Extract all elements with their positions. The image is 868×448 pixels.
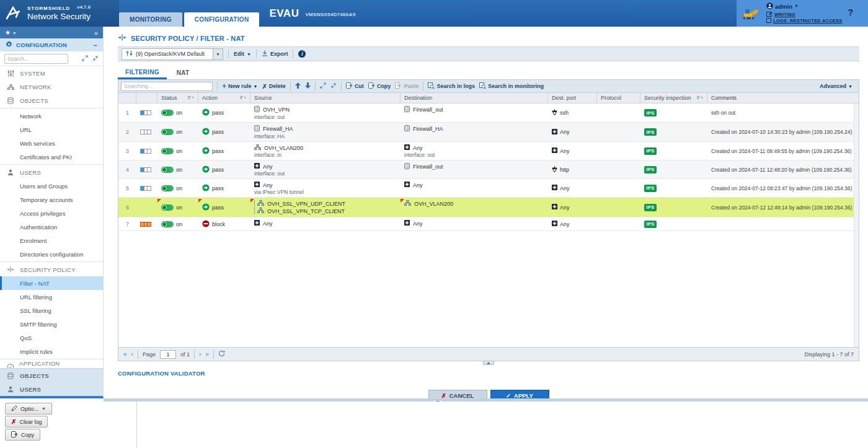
- favorites-star-icon[interactable]: ★ ▼: [5, 29, 17, 36]
- rule-source[interactable]: Firewall_HAinterface: HA: [250, 123, 401, 141]
- sidebar-search-input[interactable]: [4, 54, 68, 64]
- col-action[interactable]: Action: [198, 93, 250, 103]
- collapse-rows-icon[interactable]: [320, 82, 326, 90]
- rule-destination[interactable]: Firewall_out: [401, 103, 548, 122]
- rule-action[interactable]: block: [198, 217, 250, 231]
- view-tab-nat[interactable]: NAT: [169, 66, 197, 79]
- rule-row-2[interactable]: 2onpassFirewall_HAinterface: HAFirewall_…: [118, 123, 859, 142]
- rule-security-inspection[interactable]: IPS: [640, 217, 707, 231]
- rule-status-toggle[interactable]: on: [157, 198, 198, 217]
- rule-dest-port[interactable]: Any: [548, 198, 597, 217]
- help-button[interactable]: ?: [848, 7, 853, 17]
- expand-rows-icon[interactable]: [330, 82, 337, 90]
- sort-icon[interactable]: [240, 95, 246, 101]
- sidebar-item-users-and-groups[interactable]: Users and Groups: [0, 179, 103, 193]
- collapse-grid-handle[interactable]: [483, 361, 494, 365]
- sidebar-item-implicit-rules[interactable]: Implicit rules: [0, 345, 103, 358]
- rule-source[interactable]: OVH_SSL_VPN_UDP_CLIENTOVH_SSL_VPN_TCP_CL…: [250, 198, 401, 217]
- col-protocol[interactable]: Protocol: [597, 93, 640, 103]
- rule-row-1[interactable]: 1onpassOVH_VPNinterface: outFirewall_out…: [118, 103, 859, 123]
- expand-all-icon[interactable]: [92, 55, 99, 63]
- rule-status-toggle[interactable]: on: [157, 179, 198, 197]
- refresh-icon[interactable]: [218, 350, 225, 358]
- sidebar-item-users[interactable]: USERS: [0, 165, 103, 179]
- sidebar-item-application-protection[interactable]: APPLICATION PROTECTION: [0, 360, 103, 368]
- rule-destination[interactable]: Firewall_HA: [401, 123, 548, 141]
- prev-page-icon[interactable]: ‹: [131, 351, 133, 358]
- new-rule-button[interactable]: +New rule▼: [222, 82, 257, 90]
- rule-action[interactable]: pass: [198, 142, 250, 160]
- options-button[interactable]: Optio... ▼: [5, 403, 52, 415]
- rule-row-4[interactable]: 4onpassAnyinterface: outFirewall_outhttp…: [118, 160, 859, 179]
- sidebar-item-qos[interactable]: QoS: [0, 331, 103, 345]
- col-security-inspection[interactable]: Security inspection: [640, 93, 707, 103]
- nav-tab-configuration[interactable]: CONFIGURATION: [184, 12, 260, 27]
- edit-button[interactable]: Edit ▼: [234, 51, 251, 57]
- sidebar-item-network[interactable]: NETWORK: [0, 80, 103, 94]
- col-dest-port[interactable]: Dest. port: [548, 93, 597, 103]
- rule-dest-port[interactable]: Any: [548, 179, 597, 197]
- sidebar-item-url[interactable]: URL: [0, 123, 103, 136]
- sort-icon[interactable]: [697, 95, 703, 101]
- rule-dest-port[interactable]: Any: [548, 217, 597, 231]
- col-destination[interactable]: Destination: [401, 93, 548, 103]
- first-page-icon[interactable]: «: [123, 351, 127, 358]
- rule-action[interactable]: pass: [198, 123, 250, 141]
- export-button[interactable]: Export: [262, 50, 288, 58]
- sidebar-module-users[interactable]: USERS: [0, 382, 103, 396]
- rule-action[interactable]: pass: [198, 179, 250, 197]
- rule-row-6[interactable]: 6onpassOVH_SSL_VPN_UDP_CLIENTOVH_SSL_VPN…: [118, 198, 859, 217]
- rule-action[interactable]: pass: [198, 103, 250, 122]
- rule-security-inspection[interactable]: IPS: [640, 123, 707, 141]
- sidebar-item-certificates-and-pki[interactable]: Certificates and PKI: [0, 150, 103, 164]
- rules-search-input[interactable]: [121, 82, 213, 91]
- move-up-icon[interactable]: [295, 82, 301, 90]
- clear-log-button[interactable]: ✗ Clear log: [5, 416, 48, 428]
- chevron-down-icon[interactable]: ▼: [213, 48, 223, 60]
- col-status[interactable]: Status: [157, 93, 198, 103]
- rule-status-toggle[interactable]: on: [157, 142, 198, 160]
- rule-dest-port[interactable]: Any: [548, 123, 597, 141]
- rule-destination[interactable]: Any: [401, 217, 548, 231]
- copy-log-button[interactable]: Copy: [5, 429, 40, 441]
- page-input[interactable]: [160, 350, 176, 359]
- rule-source[interactable]: Anyinterface: out: [250, 160, 401, 178]
- rule-security-inspection[interactable]: IPS: [640, 142, 707, 160]
- rule-dest-port[interactable]: http: [548, 160, 597, 178]
- rule-dest-port[interactable]: Any: [548, 142, 597, 160]
- sidebar-item-access-privileges[interactable]: Access privileges: [0, 206, 103, 220]
- search-in-monitoring-button[interactable]: Search in monitoring: [479, 82, 544, 90]
- rule-action[interactable]: pass: [198, 198, 250, 217]
- sidebar-item-ssl-filtering[interactable]: SSL filtering: [0, 304, 103, 317]
- rule-destination[interactable]: OVH_VLAN200: [401, 198, 548, 217]
- delete-button[interactable]: ✗Delete: [262, 83, 285, 90]
- rule-security-inspection[interactable]: IPS: [640, 179, 707, 197]
- sidebar-configuration-header[interactable]: CONFIGURATION −: [0, 38, 103, 51]
- rule-row-5[interactable]: 5onpassAnyvia IPsec VPN tunnelAnyAnyIPSC…: [118, 179, 859, 198]
- sidebar-item-authentication[interactable]: Authentication: [0, 220, 103, 234]
- user-menu[interactable]: admin ▼: [766, 2, 842, 11]
- rule-action[interactable]: pass: [198, 160, 250, 178]
- paste-button[interactable]: Paste: [395, 82, 418, 90]
- rule-destination[interactable]: Firewall_out: [401, 160, 548, 178]
- sidebar-item-system[interactable]: SYSTEM: [0, 66, 103, 80]
- rule-status-toggle[interactable]: on: [157, 160, 198, 178]
- rule-row-7[interactable]: 7onblockAnyAnyAnyIPS: [118, 217, 859, 231]
- nav-tab-monitoring[interactable]: MONITORING: [119, 12, 182, 27]
- rule-source[interactable]: OVH_VPNinterface: out: [250, 103, 401, 122]
- policy-selector[interactable]: (9) OpenStack/KVM Default ▼: [122, 48, 223, 60]
- info-icon[interactable]: i: [298, 50, 306, 58]
- advanced-button[interactable]: Advanced▼: [820, 83, 856, 89]
- search-in-logs-button[interactable]: Search in logs: [428, 82, 475, 90]
- rule-dest-port[interactable]: ssh: [548, 103, 597, 122]
- rule-source[interactable]: OVH_VLAN200interface: in: [250, 142, 401, 160]
- rule-status-toggle[interactable]: on: [157, 103, 198, 122]
- collapse-all-icon[interactable]: [82, 55, 88, 63]
- collapse-section-icon[interactable]: −: [93, 42, 97, 49]
- sidebar-item-objects[interactable]: OBJECTS: [0, 94, 103, 107]
- rule-status-toggle[interactable]: on: [157, 217, 198, 231]
- sidebar-item-enrolment[interactable]: Enrolment: [0, 234, 103, 247]
- col-comments[interactable]: Comments: [707, 93, 859, 103]
- sidebar-item-security-policy[interactable]: SECURITY POLICY: [0, 263, 103, 276]
- move-down-icon[interactable]: [305, 82, 311, 90]
